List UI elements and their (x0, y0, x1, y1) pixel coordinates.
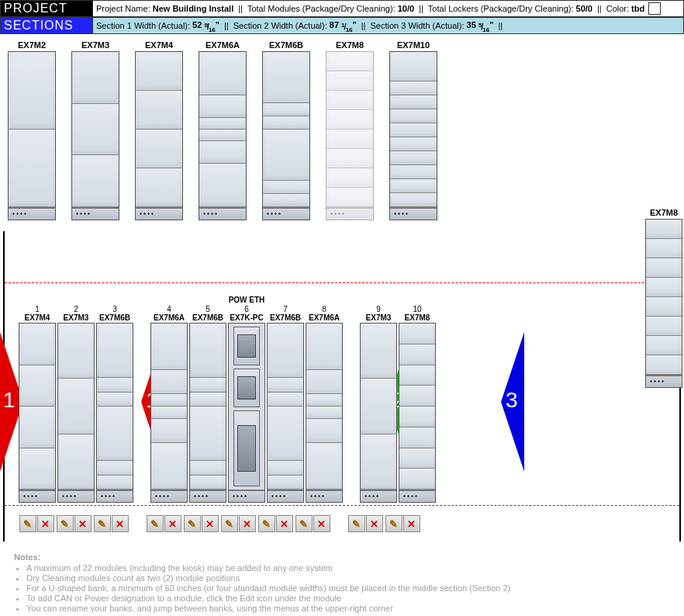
palette-item-label: EX7M4 (135, 40, 183, 50)
section-1: 1EX7M42EX7M33EX7M6B (19, 296, 133, 503)
slot-module[interactable] (19, 323, 56, 503)
slot-module[interactable] (360, 323, 397, 503)
slot-number: 3 (112, 305, 117, 313)
delete-button[interactable]: ✕ (403, 515, 420, 532)
note-item: A maximum of 22 modules (including the k… (26, 563, 670, 573)
section3-label: Section 3 Width (Actual): (370, 21, 464, 30)
project-header-content: Project Name: New Building Install || To… (93, 1, 683, 16)
section-2-tools: ✎✕✎✕✎✕✎✕✎✕ (146, 515, 330, 532)
slot-3: 3EX7M6B (96, 296, 133, 503)
slot-5: 5EX7M6B (189, 296, 226, 503)
total-lockers-value: 50/0 (576, 4, 592, 13)
palette-item-ex7m3[interactable]: EX7M3 (71, 40, 119, 220)
slot-8: 8EX7M6A (306, 296, 343, 503)
palette-item-label: EX7M3 (71, 40, 119, 50)
section-3-tools: ✎✕✎✕ (347, 515, 420, 532)
delete-button[interactable]: ✕ (313, 515, 330, 532)
slot-9: 9EX7M3 (360, 296, 397, 503)
guide-line-bottom (5, 505, 679, 506)
palette-item-ex7m4[interactable]: EX7M4 (135, 40, 183, 220)
palette-item-ex7m8[interactable]: EX7M8 (326, 40, 374, 220)
slot-code-label: EX7K-PC (230, 313, 263, 322)
delete-button[interactable]: ✕ (37, 515, 54, 532)
slot-module[interactable] (96, 323, 133, 503)
palette-item-label: EX7M6A (199, 40, 247, 50)
slot-module[interactable] (267, 323, 304, 503)
slot-module[interactable] (57, 323, 95, 503)
note-item: For a U-shaped bank, a minimum of 60 inc… (26, 583, 670, 593)
edit-button[interactable]: ✎ (19, 515, 36, 532)
delete-button[interactable]: ✕ (366, 515, 383, 532)
palette-item-label: EX7M10 (389, 40, 437, 50)
palette-item-ex7m6b[interactable]: EX7M6B (262, 40, 310, 220)
slot-code-label: EX7M6B (270, 313, 301, 322)
delete-button[interactable]: ✕ (202, 515, 219, 532)
note-item: Dry Cleaning modules count as two (2) mo… (26, 573, 670, 583)
slot-code-label: EX7M6A (309, 313, 340, 322)
edit-button[interactable]: ✎ (385, 515, 402, 532)
section-2: 4EX7M6A5EX7M6BPOW ETH6EX7K-PC7EX7M6B8EX7… (150, 296, 343, 503)
edit-button[interactable]: ✎ (348, 515, 365, 532)
slot-number: 1 (35, 305, 40, 313)
slot-10: 10EX7M8 (399, 296, 436, 503)
total-lockers-label: Total Lockers (Package/Dry Cleaning): (428, 4, 574, 13)
module-palette: EX7M2EX7M3EX7M4EX7M6AEX7M6BEX7M8EX7M10 (0, 34, 684, 231)
section2-label: Section 2 Width (Actual): (233, 21, 327, 30)
section-3: 9EX7M310EX7M8 (360, 296, 436, 503)
palette-item-ex7m2[interactable]: EX7M2 (8, 40, 56, 220)
sections-container: 1EX7M42EX7M33EX7M6B4EX7M6A5EX7M6BPOW ETH… (19, 296, 665, 503)
color-value: tbd (631, 4, 644, 13)
delete-button[interactable]: ✕ (276, 515, 293, 532)
slot-code-label: EX7M6A (154, 313, 185, 322)
sections-header-label: SECTIONS (1, 18, 93, 33)
slot-code-label: EX7M3 (366, 313, 392, 322)
slot-number: 7 (283, 305, 288, 313)
project-name-label: Project Name: (96, 4, 150, 13)
palette-item-ex7m10[interactable]: EX7M10 (389, 40, 437, 220)
edit-button[interactable]: ✎ (221, 515, 238, 532)
delete-button[interactable]: ✕ (239, 515, 256, 532)
edit-button[interactable]: ✎ (94, 515, 111, 532)
slot-module[interactable] (399, 323, 436, 503)
edit-button[interactable]: ✎ (295, 515, 313, 532)
floating-module-label: EX7M8 (645, 208, 682, 217)
slot-module[interactable] (306, 323, 343, 503)
delete-button[interactable]: ✕ (112, 515, 129, 532)
delete-button[interactable]: ✕ (74, 515, 92, 532)
edit-button[interactable]: ✎ (57, 515, 74, 532)
edit-button[interactable]: ✎ (184, 515, 201, 532)
edit-button[interactable]: ✎ (258, 515, 275, 532)
notes-title: Notes: (14, 552, 670, 562)
slot-7: 7EX7M6B (267, 296, 304, 503)
slot-number: 8 (322, 305, 326, 313)
section1-label: Section 1 Width (Actual): (96, 21, 190, 30)
palette-item-label: EX7M8 (326, 40, 374, 50)
slot-number: 5 (206, 305, 210, 313)
edit-button[interactable]: ✎ (147, 515, 164, 532)
sections-header-content: Section 1 Width (Actual): 52 9/16" || Se… (93, 18, 683, 33)
slot-number: 4 (167, 305, 171, 313)
slot-code-label: EX7M6B (99, 313, 130, 322)
total-modules-label: Total Modules (Package/Dry Cleaning): (247, 4, 396, 13)
palette-item-ex7m6a[interactable]: EX7M6A (199, 40, 247, 220)
delete-button[interactable]: ✕ (164, 515, 181, 532)
color-swatch[interactable] (648, 2, 661, 15)
slot-number: 6 (244, 305, 249, 313)
slot-4: 4EX7M6A (150, 296, 188, 503)
slot-code-label: EX7M8 (405, 313, 430, 322)
section-1-tools: ✎✕✎✕✎✕ (19, 515, 129, 532)
slot-1: 1EX7M4 (19, 296, 56, 503)
layout-canvas: EX7M8 1 1 2 2 3 3 1EX7M42EX7M33EX7M6B4EX… (3, 231, 681, 542)
note-item: You can rename your banks, and jump betw… (26, 604, 670, 613)
slot-module[interactable] (189, 323, 226, 503)
slot-code-label: EX7M4 (25, 313, 50, 322)
sections-header: SECTIONS Section 1 Width (Actual): 52 9/… (0, 17, 684, 34)
project-name-value: New Building Install (153, 4, 234, 13)
slot-module[interactable] (150, 323, 188, 503)
slot-module[interactable] (228, 323, 265, 503)
palette-item-label: EX7M6B (262, 40, 310, 50)
slot-number: 10 (413, 305, 421, 313)
total-modules-value: 10/0 (398, 4, 414, 13)
tools-row: ✎✕✎✕✎✕✎✕✎✕✎✕✎✕✎✕✎✕✎✕ (19, 515, 665, 532)
section1-value: 52 9/16" (192, 20, 219, 30)
